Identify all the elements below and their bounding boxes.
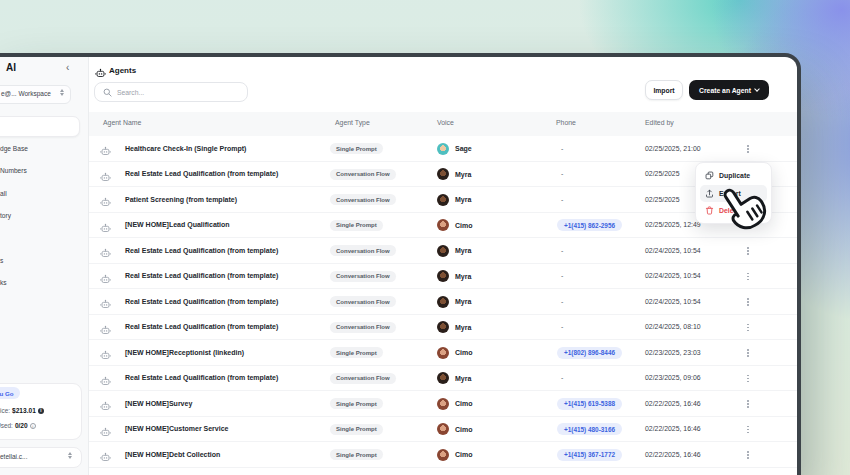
column-agent-type: Agent Type <box>335 119 370 126</box>
search-icon <box>103 88 112 97</box>
voice-avatar <box>437 423 449 435</box>
agent-name: [NEW HOME]Debt Collection <box>125 451 220 458</box>
export-icon <box>705 189 714 198</box>
agent-type-badge: Conversation Flow <box>330 296 396 307</box>
voice-name: Myra <box>455 196 471 203</box>
phone-empty: - <box>561 323 563 330</box>
edited-by-value: 02/24/2025, 10:54 <box>645 298 701 305</box>
edited-by-value: 02/22/2025, 16:46 <box>645 425 701 432</box>
voice-avatar <box>437 219 449 231</box>
edited-by-value: 02/24/2025, 08:10 <box>645 323 701 330</box>
table-row[interactable]: [NEW HOME]Debt Collection Single Prompt … <box>89 442 797 468</box>
robot-icon <box>100 169 111 187</box>
agent-type-badge: Conversation Flow <box>330 322 396 333</box>
agent-type-badge: Conversation Flow <box>330 194 396 205</box>
voice-name: Cimo <box>455 400 473 407</box>
phone-number-badge: +1(415) 367-1772 <box>557 449 622 461</box>
agent-name: [NEW HOME]Survey <box>125 400 192 407</box>
info-icon: i <box>38 408 44 414</box>
menu-item-duplicate[interactable]: Duplicate <box>700 167 767 185</box>
table-row[interactable]: [NEW HOME]Lead Qualification Single Prom… <box>89 213 797 239</box>
import-button[interactable]: Import <box>645 80 683 100</box>
edited-by-value: 02/22/2025, 16:46 <box>645 451 701 458</box>
edited-by-value: 02/22/2025, 16:46 <box>645 400 701 407</box>
robot-icon <box>100 143 111 161</box>
voice-name: Sage <box>455 145 472 152</box>
row-actions-kebab-icon[interactable] <box>744 424 752 436</box>
sidebar-item-tools[interactable]: s <box>0 257 3 264</box>
edited-by-value: 02/25/2025, 21:00 <box>645 145 701 152</box>
phone-number-badge: +1(415) 862-2956 <box>557 219 622 231</box>
voice-name: Myra <box>455 273 471 280</box>
robot-icon <box>100 398 111 416</box>
table-row[interactable]: [NEW HOME]Survey Single Prompt Cimo +1(4… <box>89 391 797 417</box>
robot-icon <box>95 65 106 83</box>
table-row[interactable]: [NEW HOME]Customer Service Single Prompt… <box>89 417 797 443</box>
voice-avatar <box>437 321 449 333</box>
phone-empty: - <box>561 145 563 152</box>
sidebar-item-webhooks[interactable]: ks <box>0 279 7 286</box>
row-actions-kebab-icon[interactable] <box>744 322 752 334</box>
row-actions-kebab-icon[interactable] <box>744 271 752 283</box>
robot-icon <box>100 271 111 289</box>
workspace-label: e@... Workspace <box>1 90 51 97</box>
table-row[interactable] <box>89 468 797 475</box>
page-title: Agents <box>109 66 136 75</box>
sidebar-item-batch-call[interactable]: all <box>0 190 7 197</box>
table-row[interactable]: Real Estate Lead Qualification (from tem… <box>89 366 797 392</box>
table-row[interactable]: Real Estate Lead Qualification (from tem… <box>89 315 797 341</box>
sidebar-item-knowledge-base[interactable]: dge Base <box>0 145 28 152</box>
agent-name: [NEW HOME]Lead Qualification <box>125 221 230 228</box>
sidebar-item-phone-numbers[interactable]: Numbers <box>0 167 27 174</box>
row-actions-kebab-icon[interactable] <box>744 245 752 257</box>
table-row[interactable]: Patient Screening (from template) Conver… <box>89 187 797 213</box>
voice-name: Myra <box>455 298 471 305</box>
table-row[interactable]: Real Estate Lead Qualification (from tem… <box>89 264 797 290</box>
agent-name: Real Estate Lead Qualification (from tem… <box>125 170 278 177</box>
menu-item-export[interactable]: Export <box>700 185 767 203</box>
sidebar-item-agents-active[interactable] <box>0 116 80 137</box>
concurrency-value: 0/20 <box>15 422 28 429</box>
phone-number-badge: +1(415) 619-5388 <box>557 398 622 410</box>
voice-avatar <box>437 449 449 461</box>
table-row[interactable]: Real Estate Lead Qualification (from tem… <box>89 289 797 315</box>
agent-name: Patient Screening (from template) <box>125 196 237 203</box>
voice-avatar <box>437 143 449 155</box>
row-actions-kebab-icon[interactable] <box>744 373 752 385</box>
sidebar-item-history[interactable]: tory <box>0 212 11 219</box>
table-row[interactable]: Healthcare Check-In (Single Prompt) Sing… <box>89 136 797 162</box>
app-window: AI ‹ e@... Workspace dge Base Numbers al… <box>0 57 797 475</box>
phone-empty: - <box>561 298 563 305</box>
row-actions-kebab-icon[interactable] <box>744 296 752 308</box>
agent-name: Real Estate Lead Qualification (from tem… <box>125 272 278 279</box>
voice-name: Myra <box>455 324 471 331</box>
menu-item-delete[interactable]: Delete <box>700 202 767 220</box>
row-actions-kebab-icon[interactable] <box>744 347 752 359</box>
search-input[interactable] <box>117 84 242 100</box>
table-row[interactable]: Real Estate Lead Qualification (from tem… <box>89 162 797 188</box>
row-context-menu: Duplicate Export Delete <box>695 162 772 224</box>
robot-icon <box>100 347 111 365</box>
table-row[interactable]: [NEW HOME]Receptionist (linkedin) Single… <box>89 340 797 366</box>
sidebar: AI ‹ e@... Workspace dge Base Numbers al… <box>0 57 89 475</box>
row-actions-kebab-icon[interactable] <box>744 449 752 461</box>
agent-type-badge: Single Prompt <box>330 398 383 409</box>
table-header: Agent Name Agent Type Voice Phone Edited… <box>89 112 797 136</box>
row-actions-kebab-icon[interactable] <box>744 398 752 410</box>
table-row[interactable]: Real Estate Lead Qualification (from tem… <box>89 238 797 264</box>
sidebar-collapse-icon[interactable]: ‹ <box>66 62 69 73</box>
voice-avatar <box>437 347 449 359</box>
trash-icon <box>705 206 714 215</box>
agent-type-badge: Conversation Flow <box>330 245 396 256</box>
invoice-line: Invoice: $213.01 i <box>0 407 44 414</box>
edited-by-value: 02/24/2025, 10:54 <box>645 272 701 279</box>
concurrency-line: cy Used: 0/20 i <box>0 422 36 429</box>
row-actions-kebab-icon[interactable] <box>744 143 752 155</box>
edited-by-value: 02/25/2025 <box>645 196 680 203</box>
robot-icon <box>100 373 111 391</box>
desktop-background: AI ‹ e@... Workspace dge Base Numbers al… <box>0 0 850 475</box>
agent-name: Real Estate Lead Qualification (from tem… <box>125 323 278 330</box>
voice-avatar <box>437 194 449 206</box>
duplicate-icon <box>705 171 714 180</box>
create-agent-button[interactable]: Create an Agent <box>689 80 769 100</box>
